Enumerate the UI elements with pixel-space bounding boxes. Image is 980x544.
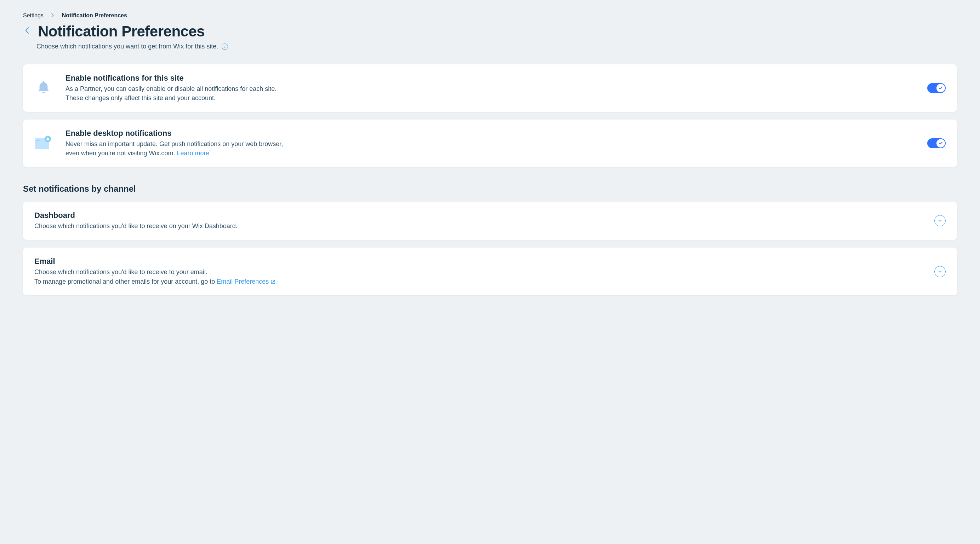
breadcrumb-settings[interactable]: Settings	[23, 13, 43, 19]
enable-site-toggle[interactable]	[927, 83, 946, 93]
channel-dashboard-desc: Choose which notifications you'd like to…	[34, 221, 921, 231]
enable-desktop-card: Enable desktop notifications Never miss …	[23, 119, 957, 167]
svg-point-2	[38, 140, 39, 141]
back-button[interactable]	[23, 25, 32, 38]
svg-point-1	[37, 140, 38, 141]
enable-desktop-toggle[interactable]	[927, 138, 946, 148]
expand-email-button[interactable]	[934, 266, 946, 277]
channel-email-desc-2: To manage promotional and other emails f…	[34, 278, 217, 285]
page-subtitle: Choose which notifications you want to g…	[37, 43, 218, 50]
enable-desktop-desc-1: Never miss an important update. Get push…	[65, 140, 915, 149]
page-title: Notification Preferences	[38, 23, 205, 40]
channel-email[interactable]: Email Choose which notifications you'd l…	[23, 247, 957, 295]
email-preferences-link[interactable]: Email Preferences	[217, 278, 276, 285]
breadcrumb-current: Notification Preferences	[62, 13, 127, 19]
enable-desktop-title: Enable desktop notifications	[65, 129, 915, 138]
section-heading: Set notifications by channel	[23, 184, 957, 194]
channel-email-desc-1: Choose which notifications you'd like to…	[34, 267, 921, 277]
chevron-right-icon	[51, 13, 54, 19]
enable-desktop-desc-2: even when you're not visiting Wix.com.	[65, 150, 177, 157]
channel-dashboard-title: Dashboard	[34, 211, 921, 220]
browser-notification-icon	[34, 134, 53, 152]
enable-site-title: Enable notifications for this site	[65, 74, 915, 83]
enable-site-card: Enable notifications for this site As a …	[23, 64, 957, 112]
enable-site-desc-2: These changes only affect this site and …	[65, 94, 915, 103]
external-link-icon	[270, 279, 276, 285]
learn-more-link[interactable]: Learn more	[177, 150, 210, 157]
enable-site-desc-1: As a Partner, you can easily enable or d…	[65, 84, 915, 94]
expand-dashboard-button[interactable]	[934, 215, 946, 226]
channel-dashboard[interactable]: Dashboard Choose which notifications you…	[23, 201, 957, 240]
bell-icon	[34, 79, 53, 97]
channel-email-title: Email	[34, 257, 921, 266]
breadcrumb: Settings Notification Preferences	[23, 13, 957, 19]
info-icon[interactable]: i	[222, 43, 228, 50]
